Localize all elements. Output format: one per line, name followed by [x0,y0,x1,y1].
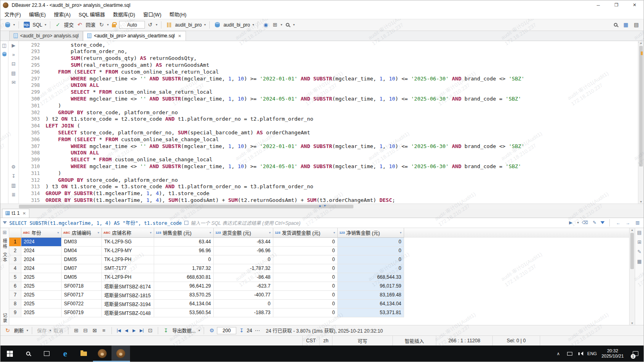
code-line[interactable]: SELECT * FROM custom_online_sale_change_… [45,156,638,163]
editor-vertical-scrollbar[interactable]: ▲ ▼ [638,41,644,204]
grid-settings-gear-icon[interactable]: ⚙ [208,326,216,335]
row-number-cell[interactable]: 2 [9,247,21,255]
connection-color-icon[interactable] [165,21,173,29]
delete-row-icon[interactable]: ⊠ [91,326,99,335]
grid-cell[interactable]: 0 [338,264,404,273]
menu-item-3[interactable]: SQL 编辑器 [78,10,105,18]
panel-toggle-icon[interactable]: ▥ [634,219,641,226]
first-row-button[interactable]: |◀ [116,328,122,333]
export-icon[interactable]: ↧ [162,326,170,335]
rollback-icon[interactable]: ↶ [76,21,84,29]
chevron-down-icon[interactable]: ▾ [50,329,51,332]
grid-cell[interactable]: 2025 [21,309,62,317]
history-icon[interactable]: ↺ [146,21,154,29]
settings-gear-icon[interactable]: ⚙ [11,164,16,170]
menu-item-2[interactable]: 搜索(A) [54,10,71,18]
grid-cell[interactable]: -1,787.32 [214,264,273,273]
grid-cell[interactable]: -86.48 [214,273,273,282]
code-line[interactable]: WHERE mgclear_time <> '' AND SUBSTR(mgcl… [45,76,638,82]
filters-menu-icon[interactable] [601,221,605,226]
grid-cell[interactable]: SF00718 [62,282,102,291]
edit-filter-icon[interactable]: ✎ [591,219,598,226]
code-line[interactable]: UNION ALL [45,82,638,89]
code-line[interactable]: GROUP BY store_code, platform_order_no [45,109,638,116]
table-row[interactable]: 52025DM05TK-L2F9-PH668,630.81-86.480668,… [9,273,404,282]
grid-cell[interactable]: 63.44 [154,238,214,247]
maximize-button[interactable]: ❐ [607,0,625,10]
grid-cell[interactable]: 0 [273,273,338,282]
action-center-icon[interactable]: 1 [627,351,644,356]
execute-statement-icon[interactable]: ▶ [12,43,15,48]
database-selector[interactable]: audit_bi_pro [223,22,250,28]
table-row[interactable]: 62025SF00718塔斯曼SMTSBZ-817496,641.29-623.… [9,282,404,291]
row-number-cell[interactable]: 8 [9,300,21,309]
display-icon[interactable] [564,346,575,362]
grid-cell[interactable]: 0 [273,247,338,255]
grid-cell[interactable]: 0 [273,264,338,273]
grid-cell[interactable]: DM07 [62,264,102,273]
dbeaver-taskbar-icon[interactable] [93,346,111,362]
search-dropdown-icon[interactable] [283,21,291,29]
grid-cell[interactable]: 0 [273,238,338,247]
table-row[interactable]: 72025SF00717塔斯曼SMTSBZ-181583,570.25-400.… [9,291,404,300]
grid-cell[interactable]: -188.73 [214,309,273,317]
column-filter-icon[interactable]: ▼ [97,231,100,234]
grid-cell[interactable]: 0 [338,238,404,247]
grid-cell[interactable]: 0 [273,291,338,300]
taskbar-search-icon[interactable] [19,346,37,362]
status-item-5[interactable]: Sel: 0 | 0 [492,336,540,346]
record-mode-toggle[interactable]: 记录 [2,313,8,323]
results-tab-close-icon[interactable]: ✕ [23,211,26,216]
perspective-icon[interactable]: ▦ [622,21,630,29]
grid-cell[interactable]: 53,560.54 [154,309,214,317]
code-line[interactable]: FROM (SELECT * FROM custom_online_sale_c… [45,136,638,143]
grid-cell[interactable]: 1,787.32 [154,264,214,273]
layout-icon[interactable]: ⊞ [271,21,279,29]
last-row-button[interactable]: ▶| [138,328,145,333]
grid-cell[interactable]: 0 [273,255,338,264]
grid-cell[interactable]: 0 [338,255,404,264]
sql-code[interactable]: store_code, platform_order_no, SUM(retur… [43,41,638,204]
column-filter-icon[interactable]: ▼ [268,231,271,234]
chevron-down-icon[interactable]: ▾ [293,23,295,27]
chevron-down-icon[interactable]: ▾ [198,329,200,332]
grid-cell[interactable]: 0 [273,282,338,291]
menu-item-4[interactable]: 数据库(D) [113,10,135,18]
grid-cell[interactable]: 塔斯曼SMTSBZ-0148 [102,309,154,317]
statements-icon[interactable]: ▤ [11,70,16,76]
explain-plan-icon[interactable]: ⊟ [11,61,15,67]
export-data-icon[interactable]: ↧ [11,173,15,179]
results-tab-t1[interactable]: t1 1 ✕ [2,209,29,218]
grid-cell[interactable]: 668,544.33 [338,273,404,282]
grid-cell[interactable]: 2024 [21,264,62,273]
refresh-icon[interactable]: ↻ [4,326,12,335]
close-button[interactable]: ✕ [625,0,644,10]
code-line[interactable]: SELECT store_code, platform_order_no, SU… [45,130,638,136]
column-filter-icon[interactable]: ▼ [333,231,336,234]
grid-cell[interactable]: 0 [214,300,273,309]
row-number-cell[interactable]: 6 [9,282,21,291]
language-indicator[interactable]: ENG [586,346,598,362]
grid-cell[interactable]: 83,570.25 [154,291,214,300]
column-header-店铺编码[interactable]: ABC店铺编码▼ [62,228,102,238]
fetch-page-icon[interactable]: ⊡ [146,326,154,335]
chevron-down-icon[interactable]: ▾ [13,23,15,27]
value-viewer-icon[interactable]: ▤ [637,230,642,235]
grid-cell[interactable]: DM05 [62,273,102,282]
save-button[interactable]: 保存 [36,327,48,334]
code-line[interactable]: FROM (SELECT * FROM custom_online_sale_r… [45,69,638,76]
grid-cell[interactable]: 53,371.81 [338,309,404,317]
clear-filter-icon[interactable]: ⌫ [581,219,588,226]
row-count-icon[interactable]: ↧ [237,326,246,335]
status-item-1[interactable]: zh [319,336,332,346]
file-explorer-icon[interactable] [74,346,93,362]
sql-mode-label[interactable]: SQL [33,22,42,28]
row-number-cell[interactable]: 7 [9,291,21,300]
tab-analysis-sql[interactable]: <audit_bi_pro> analysis.sql [9,31,83,41]
table-row[interactable]: 92025SF00719塔斯曼SMTSBZ-014853,560.54-188.… [9,309,404,317]
more-icon[interactable]: ⋯ [253,326,261,335]
editor-horizontal-scrollbar[interactable]: ▲▼ [0,204,644,209]
grid-cell[interactable]: SF00719 [62,309,102,317]
grid-cell[interactable]: 64,134.04 [338,300,404,309]
column-header-发货调整金额 (元)[interactable]: 123发货调整金额 (元)▼ [273,228,338,238]
